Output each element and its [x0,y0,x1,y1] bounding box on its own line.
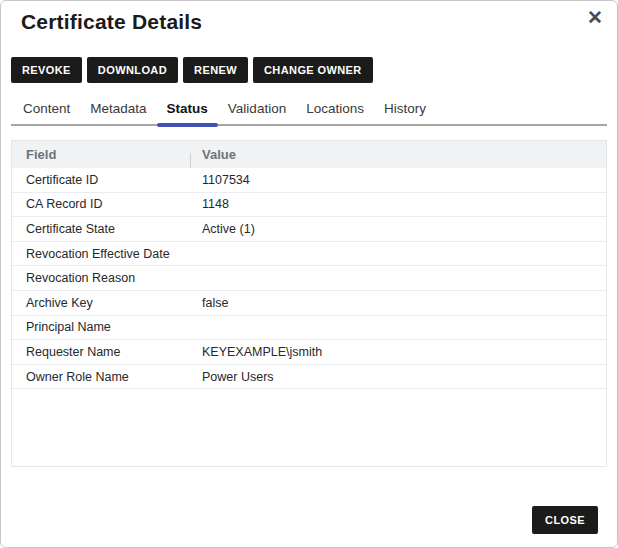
row-field-label: Certificate ID [12,173,190,187]
row-field-label: Revocation Effective Date [12,247,190,261]
table-row: Certificate ID 1107534 [12,168,606,193]
tab-history[interactable]: History [374,95,436,124]
renew-button[interactable]: RENEW [183,57,248,83]
table-row: Revocation Reason [12,266,606,291]
status-detail-table: Field Value Certificate ID 1107534 CA Re… [11,140,607,467]
row-field-label: CA Record ID [12,197,190,211]
download-button[interactable]: DOWNLOAD [87,57,178,83]
row-field-label: Revocation Reason [12,271,190,285]
dialog-title: Certificate Details [21,10,597,34]
table-row: Archive Key false [12,291,606,316]
row-value: KEYEXAMPLE\jsmith [190,345,606,359]
row-value: Active (1) [190,222,606,236]
table-row: Owner Role Name Power Users [12,365,606,390]
column-header-field: Field [12,147,190,162]
tab-bar: Content Metadata Status Validation Locat… [11,95,607,126]
table-header-row: Field Value [12,141,606,168]
table-row: CA Record ID 1148 [12,193,606,218]
table-row: Requester Name KEYEXAMPLE\jsmith [12,340,606,365]
row-value: Power Users [190,370,606,384]
tab-status[interactable]: Status [157,95,218,124]
tab-metadata[interactable]: Metadata [80,95,156,124]
row-field-label: Requester Name [12,345,190,359]
close-icon[interactable]: ✕ [585,6,605,29]
table-row: Revocation Effective Date [12,242,606,267]
row-value: 1148 [190,197,606,211]
row-field-label: Principal Name [12,320,190,334]
row-field-label: Certificate State [12,222,190,236]
change-owner-button[interactable]: CHANGE OWNER [253,57,373,83]
close-button[interactable]: CLOSE [532,506,598,534]
revoke-button[interactable]: REVOKE [11,57,82,83]
tab-content[interactable]: Content [13,95,80,124]
row-field-label: Owner Role Name [12,370,190,384]
tab-locations[interactable]: Locations [296,95,374,124]
tab-validation[interactable]: Validation [218,95,296,124]
dialog-header: Certificate Details [1,1,617,34]
table-row: Certificate State Active (1) [12,217,606,242]
column-header-value: Value [190,147,606,162]
table-row: Principal Name [12,316,606,341]
action-button-bar: REVOKE DOWNLOAD RENEW CHANGE OWNER [11,57,607,83]
certificate-details-dialog: Certificate Details ✕ REVOKE DOWNLOAD RE… [0,0,618,548]
row-value: false [190,296,606,310]
row-value: 1107534 [190,173,606,187]
row-field-label: Archive Key [12,296,190,310]
